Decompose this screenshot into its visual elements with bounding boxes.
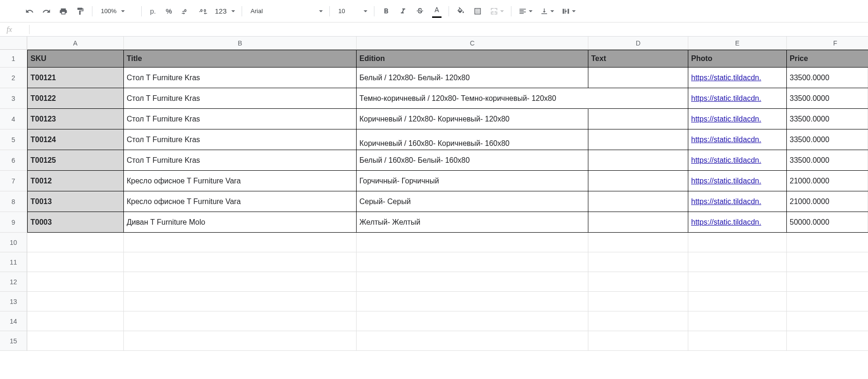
cell[interactable] [27, 272, 124, 292]
strikethrough-button[interactable] [412, 3, 428, 19]
cell[interactable] [588, 311, 688, 331]
cell-sku[interactable]: T0003 [27, 212, 124, 233]
cell[interactable] [588, 331, 688, 351]
horizontal-align-button[interactable] [515, 3, 536, 19]
row-header[interactable]: 1 [0, 50, 27, 68]
cell-photo[interactable]: https://static.tildacdn. [688, 129, 787, 150]
cell[interactable] [124, 311, 357, 331]
header-price[interactable]: Price [787, 50, 868, 68]
increase-decimal-button[interactable] [194, 3, 212, 19]
cell-text[interactable] [588, 129, 688, 150]
row-header[interactable]: 5 [0, 129, 27, 150]
row-header[interactable]: 11 [0, 252, 27, 272]
cell-photo[interactable]: https://static.tildacdn. [688, 171, 787, 191]
borders-button[interactable] [470, 3, 486, 19]
cell[interactable] [787, 311, 868, 331]
cell-photo[interactable]: https://static.tildacdn. [688, 212, 787, 233]
format-currency-button[interactable]: р. [145, 3, 160, 19]
cell[interactable] [27, 311, 124, 331]
cell[interactable] [124, 233, 357, 252]
cell-photo[interactable]: https://static.tildacdn. [688, 191, 787, 212]
fill-color-button[interactable] [453, 3, 469, 19]
column-header-b[interactable]: B [124, 37, 357, 50]
cell[interactable] [588, 252, 688, 272]
cell[interactable] [357, 292, 588, 311]
cell[interactable] [787, 233, 868, 252]
cell-title[interactable]: Кресло офисное T Furniture Vara [124, 191, 357, 212]
cell[interactable] [27, 331, 124, 351]
cell[interactable] [357, 311, 588, 331]
select-all-corner[interactable] [0, 37, 27, 50]
cell-text[interactable] [588, 150, 688, 171]
cell-edition[interactable]: Темно-коричневый / 120х80- Темно-коричне… [357, 88, 588, 109]
cell-edition[interactable]: Серый- Серый [357, 191, 588, 212]
cell-sku[interactable]: T0013 [27, 191, 124, 212]
more-formats-select[interactable]: 123 [213, 4, 238, 18]
cell-photo[interactable]: https://static.tildacdn. [688, 109, 787, 129]
italic-button[interactable] [395, 3, 411, 19]
formula-input[interactable] [34, 23, 863, 36]
spreadsheet-grid[interactable]: A B C D E F 1 SKU Title Edition Text Pho… [0, 37, 868, 351]
cell-price[interactable]: 50000.0000 [787, 212, 868, 233]
cell[interactable] [357, 331, 588, 351]
cell[interactable] [688, 292, 787, 311]
cell[interactable] [787, 272, 868, 292]
cell-title[interactable]: Диван T Furniture Molo [124, 212, 357, 233]
cell[interactable] [787, 292, 868, 311]
cell[interactable] [588, 272, 688, 292]
cell-title[interactable]: Стол T Furniture Kras [124, 68, 357, 88]
cell-edition[interactable]: Белый / 160х80- Белый- 160х80 [357, 150, 588, 171]
column-header-f[interactable]: F [787, 37, 868, 50]
header-title[interactable]: Title [124, 50, 357, 68]
cell-text[interactable] [588, 171, 688, 191]
cell-photo[interactable]: https://static.tildacdn. [688, 150, 787, 171]
cell-edition[interactable]: Белый / 120х80- Белый- 120х80 [357, 68, 588, 88]
cell[interactable] [124, 252, 357, 272]
cell-text[interactable] [588, 191, 688, 212]
cell-edition[interactable]: Горчичный- Горчичный [357, 171, 588, 191]
cell[interactable] [688, 311, 787, 331]
row-header[interactable]: 15 [0, 331, 27, 351]
cell-sku[interactable]: T00125 [27, 150, 124, 171]
cell[interactable] [688, 252, 787, 272]
cell-price[interactable]: 21000.0000 [787, 191, 868, 212]
link[interactable]: https://static.tildacdn. [691, 94, 761, 103]
cell[interactable] [787, 252, 868, 272]
row-header[interactable]: 4 [0, 109, 27, 129]
text-color-button[interactable] [429, 3, 445, 19]
cell[interactable] [357, 272, 588, 292]
row-header[interactable]: 7 [0, 171, 27, 191]
row-header[interactable]: 6 [0, 150, 27, 171]
zoom-select[interactable]: 100% [96, 4, 137, 18]
cell-sku[interactable]: T00122 [27, 88, 124, 109]
paint-format-button[interactable] [72, 3, 88, 19]
undo-button[interactable] [22, 3, 38, 19]
cell-price[interactable]: 33500.0000 [787, 109, 868, 129]
cell-text[interactable] [588, 88, 688, 109]
redo-button[interactable] [38, 3, 54, 19]
cell-title[interactable]: Кресло офисное T Furniture Vara [124, 171, 357, 191]
cell-sku[interactable]: T00121 [27, 68, 124, 88]
cell[interactable] [124, 331, 357, 351]
cell-price[interactable]: 21000.0000 [787, 171, 868, 191]
row-header[interactable]: 2 [0, 68, 27, 88]
font-size-select[interactable]: 10 [334, 4, 370, 18]
cell[interactable] [357, 252, 588, 272]
header-edition[interactable]: Edition [357, 50, 588, 68]
row-header[interactable]: 9 [0, 212, 27, 233]
cell[interactable] [27, 292, 124, 311]
cell-price[interactable]: 33500.0000 [787, 68, 868, 88]
decrease-decimal-button[interactable] [177, 3, 193, 19]
column-header-e[interactable]: E [688, 37, 787, 50]
cell-edition[interactable]: Коричневый / 120х80- Коричневый- 120х80 [357, 109, 588, 129]
cell-edition[interactable]: Желтый- Желтый [357, 212, 588, 233]
cell-photo[interactable]: https://static.tildacdn. [688, 88, 787, 109]
format-percent-button[interactable]: % [161, 3, 176, 19]
header-text[interactable]: Text [588, 50, 688, 68]
cell[interactable] [27, 233, 124, 252]
cell-price[interactable]: 33500.0000 [787, 150, 868, 171]
cell[interactable] [688, 233, 787, 252]
link[interactable]: https://static.tildacdn. [691, 115, 761, 123]
cell[interactable] [124, 292, 357, 311]
row-header[interactable]: 12 [0, 272, 27, 292]
